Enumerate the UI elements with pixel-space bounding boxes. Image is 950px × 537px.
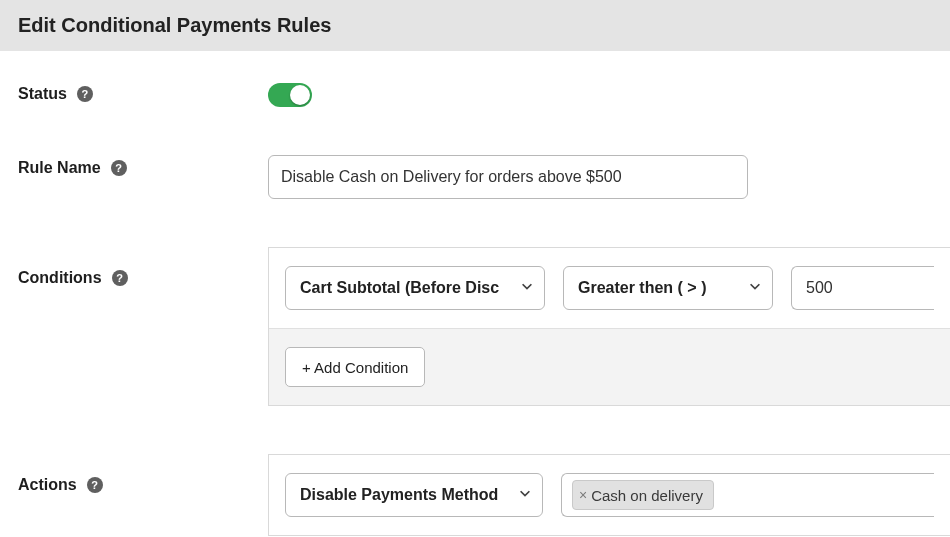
row-conditions: Conditions ? Cart Subtotal (Before Disc …	[18, 247, 950, 406]
status-label: Status	[18, 85, 67, 103]
payment-method-tag-label: Cash on delivery	[591, 487, 703, 504]
condition-value-input[interactable]	[791, 266, 934, 310]
action-type-select[interactable]: Disable Payments Method	[285, 473, 543, 517]
rule-name-input[interactable]	[268, 155, 748, 199]
label-col-conditions: Conditions ?	[18, 247, 268, 287]
chevron-down-icon	[518, 486, 532, 504]
conditions-label: Conditions	[18, 269, 102, 287]
condition-operator-value: Greater then ( > )	[578, 279, 706, 297]
field-col-status	[268, 81, 950, 107]
action-type-value: Disable Payments Method	[300, 486, 498, 504]
status-toggle[interactable]	[268, 83, 312, 107]
actions-label: Actions	[18, 476, 77, 494]
chevron-down-icon	[520, 279, 534, 297]
rule-name-label: Rule Name	[18, 159, 101, 177]
label-col-status: Status ?	[18, 81, 268, 103]
label-col-rule-name: Rule Name ?	[18, 155, 268, 177]
payment-methods-multiselect[interactable]: × Cash on delivery	[561, 473, 934, 517]
conditions-panel: Cart Subtotal (Before Disc Greater then …	[268, 247, 950, 406]
page-header: Edit Conditional Payments Rules	[0, 0, 950, 51]
condition-field-value: Cart Subtotal (Before Disc	[300, 279, 499, 297]
remove-tag-icon[interactable]: ×	[579, 487, 587, 503]
chevron-down-icon	[748, 279, 762, 297]
toggle-knob	[290, 85, 310, 105]
condition-field-select[interactable]: Cart Subtotal (Before Disc	[285, 266, 545, 310]
help-icon[interactable]: ?	[111, 160, 127, 176]
condition-operator-select[interactable]: Greater then ( > )	[563, 266, 773, 310]
actions-panel: Disable Payments Method × Cash on delive…	[268, 454, 950, 536]
add-condition-button[interactable]: + Add Condition	[285, 347, 425, 387]
help-icon[interactable]: ?	[112, 270, 128, 286]
field-col-actions: Disable Payments Method × Cash on delive…	[268, 454, 950, 536]
label-col-actions: Actions ?	[18, 454, 268, 494]
condition-row: Cart Subtotal (Before Disc Greater then …	[269, 248, 950, 328]
form-body: Status ? Rule Name ? Conditions ?	[0, 51, 950, 537]
payment-method-tag: × Cash on delivery	[572, 480, 714, 510]
field-col-conditions: Cart Subtotal (Before Disc Greater then …	[268, 247, 950, 406]
help-icon[interactable]: ?	[87, 477, 103, 493]
row-status: Status ?	[18, 81, 950, 107]
row-actions: Actions ? Disable Payments Method × Cash	[18, 454, 950, 536]
row-rule-name: Rule Name ?	[18, 155, 950, 199]
help-icon[interactable]: ?	[77, 86, 93, 102]
conditions-actions-row: + Add Condition	[269, 328, 950, 405]
field-col-rule-name	[268, 155, 950, 199]
page-title: Edit Conditional Payments Rules	[18, 14, 932, 37]
action-row: Disable Payments Method × Cash on delive…	[269, 455, 950, 535]
